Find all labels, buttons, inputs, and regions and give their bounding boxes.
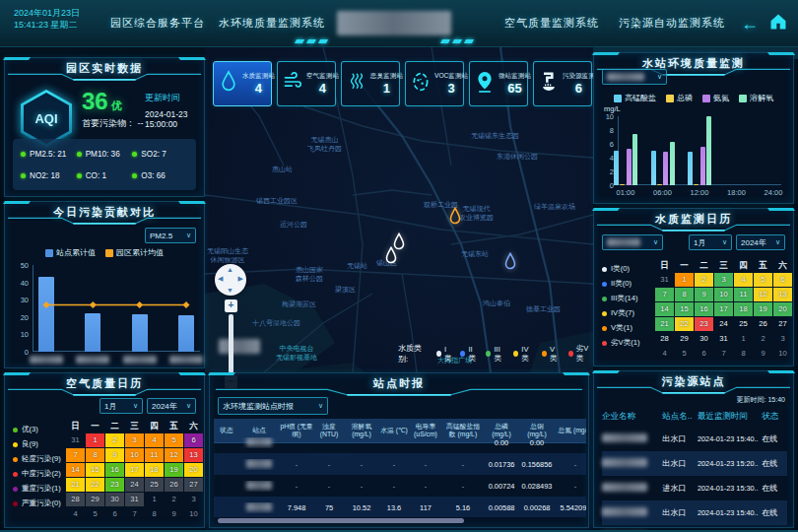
horizontal-scrollbar[interactable] [218,518,464,523]
calendar-day[interactable]: 4 [734,273,753,287]
calendar-day[interactable]: 16 [105,463,124,477]
year-select[interactable]: 2024年∨ [736,234,785,250]
calendar-day[interactable]: 9 [105,448,124,462]
calendar-day[interactable]: 17 [125,463,144,477]
table-row[interactable]: ------0.007240.028493-- [214,475,586,497]
water-cal-station-select[interactable]: ∨ [602,234,663,250]
calendar-day[interactable]: 10 [714,288,733,301]
calendar-day[interactable]: 30 [695,332,713,346]
calendar-day[interactable]: 30 [105,493,124,506]
calendar-day[interactable]: 17 [714,302,733,316]
calendar-day[interactable]: 31 [125,493,144,506]
calendar-day[interactable]: 21 [655,317,674,331]
nav-tab-3[interactable]: 污染源自动监测系统 [619,16,725,31]
calendar-day[interactable]: 26 [165,478,183,492]
calendar-day[interactable]: 14 [655,302,674,316]
calendar-day[interactable]: 3 [125,433,144,447]
calendar-day[interactable]: 16 [695,302,713,316]
calendar-day[interactable]: 1 [86,433,104,447]
calendar-day[interactable]: 22 [86,478,104,492]
calendar-day[interactable]: 22 [675,317,694,331]
station-filter-wind[interactable]: 空气监测站4 [277,61,336,106]
calendar-day[interactable]: 9 [695,288,713,301]
calendar-day[interactable]: 25 [734,317,753,331]
pan-left-icon[interactable]: ◀ [218,275,223,283]
calendar-day[interactable]: 5 [754,273,772,287]
nav-tab-1[interactable]: 水环境质量监测系统 [219,16,325,31]
calendar-day[interactable]: 27 [773,317,792,331]
nav-tab-0[interactable]: 园区综合服务平台 [110,16,205,31]
table-row[interactable]: 进水口2024-01-23 15:40..在线 [602,525,787,532]
calendar-day[interactable]: 15 [675,302,694,316]
calendar-day[interactable]: 20 [773,302,792,316]
calendar-day[interactable]: 21 [66,478,85,492]
table-row[interactable]: 进水口2024-01-23 15:30..在线 [602,476,787,500]
pan-up-icon[interactable]: ▲ [227,266,233,273]
calendar-day[interactable]: 26 [754,317,772,331]
water-drop-marker[interactable] [447,207,463,227]
home-icon[interactable] [768,12,788,35]
calendar-day[interactable]: 5 [165,433,183,447]
calendar-day[interactable]: 13 [773,288,792,301]
station-filter-water-drop[interactable]: 水质监测站4 [213,61,272,106]
table-row[interactable]: 出水口2024-01-23 15:20..在线 [602,451,787,476]
calendar-day[interactable]: 3 [714,273,733,287]
calendar-day[interactable]: 18 [734,302,753,316]
calendar-day[interactable]: 25 [145,478,164,492]
calendar-day[interactable]: 24 [714,317,733,331]
calendar-day[interactable]: 15 [86,463,104,477]
pan-down-icon[interactable]: ▼ [227,287,233,294]
calendar-day[interactable]: 2 [695,273,713,287]
table-row[interactable]: 出水口2024-01-23 15:40..在线 [602,427,787,451]
calendar-day[interactable]: 8 [86,448,104,462]
water-station-select[interactable]: ∨ [602,69,667,85]
calendar-day[interactable]: 2 [105,433,124,447]
calendar-day[interactable]: 28 [655,332,674,346]
table-row[interactable]: ------0.017360.156856-- [214,453,586,475]
calendar-day[interactable]: 7 [655,288,674,301]
map-pan-control[interactable]: ▲ ▼ ◀ ▶ [215,264,246,296]
pollutant-select[interactable]: PM2.5∨ [145,228,196,243]
calendar-day[interactable]: 11 [734,288,753,301]
calendar-day[interactable]: 19 [165,463,183,477]
calendar-day[interactable]: 23 [105,478,124,492]
pan-right-icon[interactable]: ▶ [238,275,243,283]
calendar-day[interactable]: 20 [184,463,203,477]
calendar-day[interactable]: 19 [754,302,772,316]
calendar-day[interactable]: 10 [125,448,144,462]
calendar-day[interactable]: 12 [754,288,772,301]
year-select[interactable]: 2024年∨ [147,398,196,414]
calendar-day[interactable]: 7 [66,448,85,462]
calendar-day[interactable]: 4 [145,433,164,447]
report-type-select[interactable]: 水环境监测站点时报∨ [218,397,328,415]
calendar-day[interactable]: 8 [675,288,694,301]
month-select[interactable]: 1月∨ [689,234,732,250]
calendar-day[interactable]: 29 [675,332,694,346]
table-row[interactable]: 出水口2024-01-23 15:40..在线 [602,500,787,525]
table-row[interactable]: 7.9487510.5213.61175.160.005880.002685.5… [214,497,586,517]
month-select[interactable]: 1月∨ [100,398,143,414]
station-filter-pin[interactable]: 微站监测站65 [469,61,528,106]
water-drop-marker[interactable] [502,252,518,272]
calendar-day[interactable]: 6 [184,433,203,447]
station-filter-voc[interactable]: VOC监测站3 [405,61,464,106]
station-filter-factory[interactable]: 污染源监测6 [533,61,592,106]
calendar-day[interactable]: 29 [86,493,104,506]
calendar-day[interactable]: 31 [714,332,733,346]
calendar-day[interactable]: 27 [184,478,203,492]
water-drop-marker[interactable] [383,246,399,266]
calendar-day[interactable]: 6 [773,273,792,287]
calendar-day[interactable]: 11 [145,448,164,462]
calendar-day[interactable]: 1 [675,273,694,287]
calendar-day[interactable]: 12 [165,448,183,462]
calendar-day[interactable]: 14 [66,463,85,477]
calendar-day[interactable]: 23 [695,317,713,331]
nav-tab-2[interactable]: 空气质量监测系统 [504,16,599,31]
zoom-in-button[interactable]: + [225,299,237,312]
calendar-day[interactable]: 24 [125,478,144,492]
back-arrow-icon[interactable]: ← [741,13,759,34]
calendar-day[interactable]: 18 [145,463,164,477]
calendar-day[interactable]: 28 [66,493,85,506]
station-filter-odor[interactable]: 恶臭监测站1 [341,61,400,106]
calendar-day[interactable]: 13 [184,448,203,462]
